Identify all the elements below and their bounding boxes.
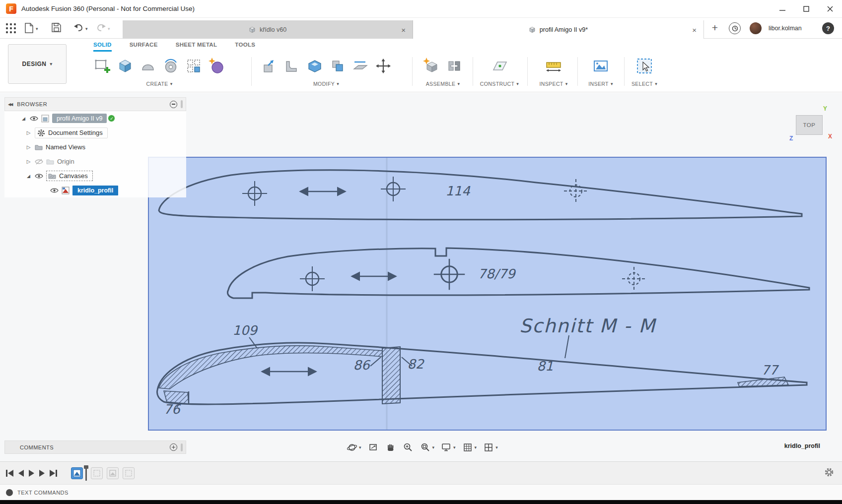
timeline-feature-ghost[interactable] — [107, 467, 119, 479]
step-back-button[interactable] — [18, 468, 24, 478]
collapse-panel-icon[interactable]: ◀◀ — [8, 102, 12, 107]
display-settings-button[interactable]: ▾ — [441, 442, 456, 453]
tab-tools[interactable]: TOOLS — [235, 42, 255, 52]
new-component-icon[interactable] — [421, 55, 441, 77]
chevron-down-icon[interactable]: ▾ — [36, 26, 38, 31]
view-cube[interactable]: TOP Y X Z — [789, 104, 840, 145]
close-tab-icon[interactable]: × — [401, 25, 406, 34]
press-pull-icon[interactable] — [259, 55, 279, 77]
timeline-feature-ghost[interactable] — [91, 467, 103, 479]
job-status-button[interactable] — [729, 22, 741, 34]
tab-surface[interactable]: SURFACE — [130, 42, 158, 52]
dimension-86: 86 — [353, 358, 371, 373]
file-menu-button[interactable] — [25, 23, 33, 35]
undo-button[interactable] — [73, 23, 83, 34]
move-copy-icon[interactable] — [373, 55, 393, 77]
timeline-feature-ghost[interactable] — [123, 467, 135, 479]
add-comment-icon[interactable] — [170, 443, 177, 451]
revolve-icon[interactable] — [161, 55, 181, 77]
expander-closed-icon[interactable]: ▷ — [25, 130, 32, 135]
ribbon-group-modify: MODIFY ▾ — [255, 52, 397, 91]
timeline-playhead[interactable] — [85, 466, 87, 481]
offset-face-icon[interactable] — [351, 55, 370, 77]
workspace-switcher-button[interactable]: DESIGN ▾ — [8, 44, 67, 84]
app-grid-button[interactable] — [6, 23, 16, 33]
loft-icon[interactable] — [138, 55, 158, 77]
maximize-button[interactable] — [794, 0, 818, 17]
box-icon[interactable] — [115, 55, 135, 77]
pattern-icon[interactable] — [184, 55, 204, 77]
expander-open-icon[interactable]: ◢ — [20, 116, 27, 121]
visibility-eye-icon[interactable] — [30, 116, 38, 122]
text-commands-label[interactable]: TEXT COMMANDS — [17, 490, 69, 496]
close-tab-icon[interactable]: × — [692, 25, 697, 34]
timeline-settings-button[interactable] — [824, 467, 834, 479]
browser-header[interactable]: ◀◀ BROWSER — [4, 97, 186, 111]
orbit-button[interactable]: ▾ — [347, 442, 361, 453]
select-icon[interactable] — [634, 55, 654, 77]
timeline-feature-canvas[interactable] — [71, 467, 83, 479]
assemble-group-button[interactable]: ASSEMBLE ▾ — [426, 81, 460, 87]
chevron-down-icon[interactable]: ▾ — [108, 26, 110, 31]
visibility-eye-icon[interactable] — [50, 188, 59, 193]
insert-image-icon[interactable] — [591, 55, 611, 77]
comments-panel[interactable]: COMMENTS — [4, 441, 186, 454]
selected-canvas-label[interactable]: kridlo_profil — [72, 186, 118, 195]
play-button[interactable] — [29, 468, 34, 478]
root-component-label[interactable]: profil Amigo II v9 — [52, 114, 107, 123]
panel-grip[interactable] — [181, 443, 183, 451]
canvas-image-kridlo-profil[interactable]: 114 78/79 Schnitt M - M 109 86 82 — [149, 158, 826, 430]
save-button[interactable] — [52, 23, 61, 34]
fillet-icon[interactable] — [282, 55, 302, 77]
close-button[interactable] — [818, 0, 842, 17]
fit-button[interactable]: ▾ — [420, 442, 435, 453]
browser-row-origin[interactable]: ▷ Origin — [4, 154, 186, 169]
create-group-button[interactable]: CREATE ▾ — [146, 81, 172, 87]
help-button[interactable]: ? — [822, 22, 834, 34]
combine-icon[interactable] — [328, 55, 348, 77]
browser-row-document-settings[interactable]: ▷ Document Settings — [4, 126, 186, 140]
insert-group-button[interactable]: INSERT ▾ — [588, 81, 613, 87]
zoom-button[interactable] — [403, 442, 414, 453]
expander-open-icon[interactable]: ◢ — [25, 174, 32, 179]
user-name[interactable]: libor.kolman — [769, 18, 802, 39]
modify-group-button[interactable]: MODIFY ▾ — [313, 81, 339, 87]
expander-closed-icon[interactable]: ▷ — [25, 144, 32, 150]
construct-group-button[interactable]: CONSTRUCT ▾ — [480, 81, 519, 87]
redo-button[interactable] — [96, 23, 106, 34]
visibility-off-eye-icon[interactable] — [35, 159, 43, 165]
view-cube-top-face[interactable]: TOP — [796, 115, 823, 135]
go-to-end-button[interactable] — [50, 468, 57, 478]
visibility-eye-icon[interactable] — [35, 173, 43, 179]
pan-button[interactable] — [385, 442, 396, 453]
chevron-down-icon[interactable]: ▾ — [85, 26, 88, 31]
browser-row-named-views[interactable]: ▷ Named Views — [4, 140, 186, 154]
tab-sheet-metal[interactable]: SHEET METAL — [176, 42, 217, 52]
measure-icon[interactable] — [544, 55, 563, 77]
browser-row-kridlo-profil[interactable]: kridlo_profil — [4, 183, 186, 197]
text-commands-icon[interactable] — [6, 489, 13, 496]
minimize-button[interactable] — [771, 0, 794, 17]
create-form-icon[interactable] — [207, 55, 226, 77]
look-at-button[interactable] — [368, 442, 379, 453]
create-sketch-icon[interactable] — [92, 55, 112, 77]
shell-icon[interactable] — [305, 55, 325, 77]
viewports-button[interactable]: ▾ — [483, 442, 498, 453]
new-document-tab-button[interactable]: + — [709, 22, 721, 34]
construction-plane-icon[interactable] — [490, 55, 509, 77]
panel-grip[interactable] — [181, 100, 183, 108]
tab-solid[interactable]: SOLID — [93, 42, 112, 52]
browser-row-root[interactable]: ◢ profil Amigo II v9 ✓ — [4, 111, 186, 126]
document-tab-profil-amigo[interactable]: profil Amigo II v9* × — [413, 20, 703, 39]
grid-snaps-button[interactable]: ▾ — [462, 442, 477, 453]
go-to-start-button[interactable] — [6, 468, 13, 478]
browser-row-canvases[interactable]: ◢ Canvases — [4, 169, 186, 183]
expander-closed-icon[interactable]: ▷ — [25, 159, 32, 164]
joint-icon[interactable] — [444, 55, 464, 77]
avatar[interactable] — [750, 22, 762, 34]
inspect-group-button[interactable]: INSPECT ▾ — [539, 81, 567, 87]
select-group-button[interactable]: SELECT ▾ — [632, 81, 657, 87]
step-forward-button[interactable] — [39, 468, 45, 478]
document-tab-kridlo[interactable]: křídlo v60 × — [123, 20, 413, 39]
hide-panel-icon[interactable] — [170, 101, 177, 108]
